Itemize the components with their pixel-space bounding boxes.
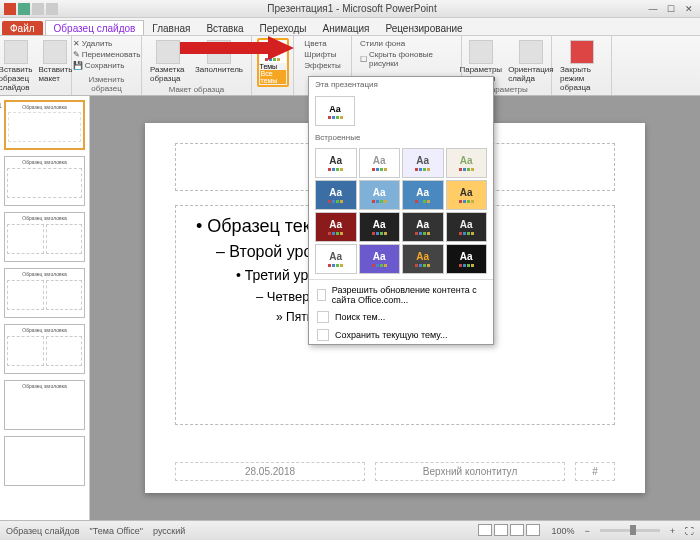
theme-swatch[interactable]: Aa <box>402 212 444 242</box>
date-placeholder[interactable]: 28.05.2018 <box>175 462 365 481</box>
maximize-icon[interactable]: ☐ <box>664 4 678 14</box>
master-layout-icon <box>156 40 180 64</box>
status-bar: Образец слайдов "Тема Office" русский 10… <box>0 520 700 540</box>
zoom-slider[interactable] <box>600 529 660 532</box>
page-number-placeholder[interactable]: # <box>575 462 615 481</box>
save-theme-menu-item[interactable]: Сохранить текущую тему... <box>309 326 493 344</box>
tab-transitions[interactable]: Переходы <box>252 21 315 35</box>
folder-icon <box>317 311 329 323</box>
status-theme: "Тема Office" <box>90 526 143 536</box>
theme-swatch[interactable]: Aa <box>402 148 444 178</box>
delete-icon: ✕ <box>73 39 80 48</box>
enable-updates-menu-item[interactable]: Разрешить обновление контента с сайта Of… <box>309 282 493 308</box>
tab-home[interactable]: Главная <box>144 21 198 35</box>
theme-grid: AaAaAaAaAaAaAaAaAaAaAaAaAaAaAaAa <box>309 145 493 277</box>
browse-themes-menu-item[interactable]: Поиск тем... <box>309 308 493 326</box>
redo-icon[interactable] <box>46 3 58 15</box>
gallery-section-builtin: Встроенные <box>309 130 493 145</box>
theme-swatch[interactable]: Aa <box>446 148 488 178</box>
tab-animations[interactable]: Анимация <box>314 21 377 35</box>
footer-placeholder[interactable]: Верхний колонтитул <box>375 462 565 481</box>
theme-swatch[interactable]: Aa <box>402 180 444 210</box>
theme-swatch[interactable]: Aa <box>315 212 357 242</box>
bg-styles-button[interactable]: Стили фона <box>358 38 455 49</box>
close-master-icon <box>570 40 594 64</box>
preserve-icon: 💾 <box>73 61 83 70</box>
document-title: Презентация1 - Microsoft PowerPoint <box>58 3 646 14</box>
zoom-level[interactable]: 100% <box>551 526 574 536</box>
theme-swatch[interactable]: Aa <box>446 180 488 210</box>
preserve-button[interactable]: 💾Сохранить <box>71 60 143 71</box>
save-icon[interactable] <box>18 3 30 15</box>
theme-swatch[interactable]: Aa <box>359 212 401 242</box>
zoom-in-button[interactable]: + <box>670 526 675 536</box>
status-slide-master: Образец слайдов <box>6 526 80 536</box>
insert-layout-button[interactable]: Вставить макет <box>37 38 75 94</box>
themes-gallery-dropdown: Эта презентация Aa Встроенные AaAaAaAaAa… <box>308 76 494 345</box>
tab-insert[interactable]: Вставка <box>198 21 251 35</box>
fit-window-button[interactable]: ⛶ <box>685 526 694 536</box>
zoom-out-button[interactable]: − <box>584 526 589 536</box>
theme-swatch[interactable]: Aa <box>402 244 444 274</box>
save-icon <box>317 329 329 341</box>
insert-slide-master-button[interactable]: Вставить образец слайдов <box>0 38 35 94</box>
app-icon <box>4 3 16 15</box>
master-thumbnail[interactable]: 1 Образец заголовка <box>4 100 85 150</box>
fonts-button[interactable]: Шрифты <box>302 49 342 60</box>
close-icon[interactable]: ✕ <box>682 4 696 14</box>
rename-icon: ✎ <box>73 50 80 59</box>
theme-swatch[interactable]: Aa <box>315 180 357 210</box>
gallery-section-current: Эта презентация <box>309 77 493 92</box>
ribbon-tabs: Файл Образец слайдов Главная Вставка Пер… <box>0 18 700 36</box>
theme-swatch[interactable]: Aa <box>359 244 401 274</box>
theme-swatch[interactable]: Aa <box>315 148 357 178</box>
current-theme-swatch[interactable]: Aa <box>315 96 355 126</box>
minimize-icon[interactable]: — <box>646 4 660 14</box>
orientation-button[interactable]: Ориентация слайда <box>506 38 555 85</box>
layout-thumbnail[interactable]: Образец заголовка <box>4 324 85 374</box>
layout-thumbnail[interactable]: Образец заголовка <box>4 380 85 430</box>
orientation-icon <box>519 40 543 64</box>
slide-master-icon <box>4 40 28 64</box>
tab-slide-master[interactable]: Образец слайдов <box>45 20 145 35</box>
annotation-arrow <box>180 36 295 60</box>
status-language[interactable]: русский <box>153 526 185 536</box>
title-bar: Презентация1 - Microsoft PowerPoint — ☐ … <box>0 0 700 18</box>
layout-thumbnail[interactable]: Образец заголовка <box>4 268 85 318</box>
layout-icon <box>43 40 67 64</box>
view-buttons[interactable] <box>477 524 541 538</box>
theme-swatch[interactable]: Aa <box>315 244 357 274</box>
theme-swatch[interactable]: Aa <box>446 244 488 274</box>
layout-thumbnail[interactable]: Образец заголовка <box>4 156 85 206</box>
tab-review[interactable]: Рецензирование <box>377 21 470 35</box>
theme-swatch[interactable]: Aa <box>359 148 401 178</box>
tab-file[interactable]: Файл <box>2 21 43 35</box>
layout-thumbnail[interactable]: Образец заголовка <box>4 212 85 262</box>
page-setup-icon <box>469 40 493 64</box>
theme-swatch[interactable]: Aa <box>446 212 488 242</box>
theme-swatch[interactable]: Aa <box>359 180 401 210</box>
layout-thumbnail[interactable] <box>4 436 85 486</box>
master-layout-group-label: Макет образца <box>169 85 224 94</box>
rename-button[interactable]: ✎Переименовать <box>71 49 143 60</box>
edit-master-group-label: Изменить образец <box>78 75 135 93</box>
delete-button[interactable]: ✕Удалить <box>71 38 143 49</box>
effects-button[interactable]: Эффекты <box>302 60 342 71</box>
close-master-button[interactable]: Закрыть режим образца <box>558 38 605 94</box>
hide-bg-checkbox[interactable]: ☐Скрыть фоновые рисунки <box>358 49 455 69</box>
globe-icon <box>317 289 326 301</box>
undo-icon[interactable] <box>32 3 44 15</box>
colors-button[interactable]: Цвета <box>302 38 342 49</box>
slide-thumbnails-panel[interactable]: 1 Образец заголовка Образец заголовка Об… <box>0 96 90 520</box>
